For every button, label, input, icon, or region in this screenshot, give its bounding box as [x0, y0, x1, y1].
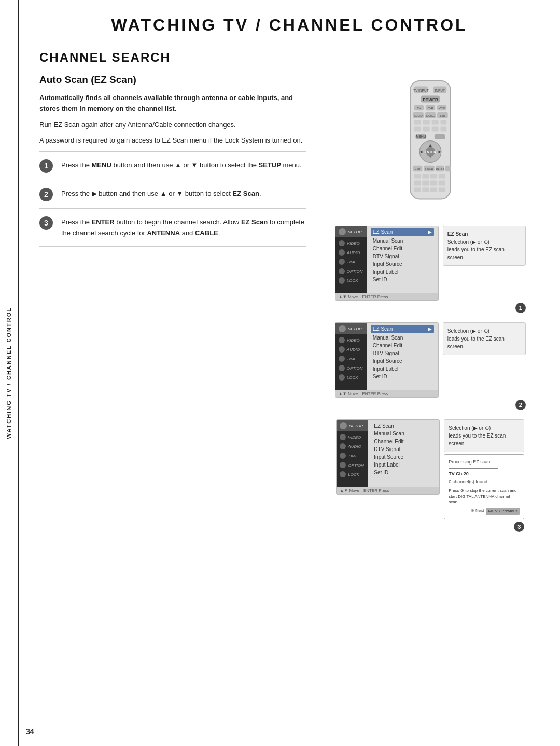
svg-rect-48 [414, 180, 421, 185]
scan-info-panel: Selection (▶ or ⊙)leads you to the EZ sc… [444, 419, 524, 519]
svg-text:◄: ◄ [418, 149, 423, 154]
step-2-text: Press the ▶ button and then use ▲ or ▼ b… [61, 188, 261, 200]
processing-text: Processing EZ scan... [449, 459, 520, 466]
svg-text:TV: TV [417, 107, 421, 110]
channels-found: 0 channel(s) found [449, 478, 520, 486]
svg-rect-46 [430, 174, 437, 178]
description-2: Run EZ Scan again after any Antenna/Cabl… [39, 120, 306, 131]
svg-text:RATIO: RATIO [436, 167, 443, 171]
description-1: Automatically finds all channels availab… [39, 93, 306, 115]
screen-2-wrapper: SETUP VIDEO AUDIO [335, 322, 526, 410]
svg-rect-49 [422, 180, 429, 185]
svg-text:TV INPUT: TV INPUT [413, 89, 429, 92]
step-list: 1 Press the MENU button and then use ▲ o… [39, 151, 306, 247]
svg-text:ENTER: ENTER [425, 150, 436, 154]
screen-badge-2: 2 [515, 400, 526, 410]
page-number: 34 [26, 727, 34, 736]
svg-text:MENU: MENU [416, 135, 426, 139]
svg-rect-51 [438, 180, 445, 185]
step-1-number: 1 [39, 159, 53, 173]
info-panel-2: Selection (▶ or ⊙)leads you to the EZ sc… [443, 322, 526, 355]
stop-text: Press ⊙ to stop the current scan and sta… [449, 488, 520, 505]
section-title: CHANNEL SEARCH [39, 50, 539, 65]
right-column: TV INPUT INPUT POWER TV DVR VCR AUDIO [321, 74, 539, 532]
description-3: A password is required to gain access to… [39, 135, 306, 146]
svg-rect-24 [423, 126, 430, 131]
svg-text:TIMER: TIMER [425, 167, 433, 171]
remote-control: TV INPUT INPUT POWER TV DVR VCR AUDIO [397, 74, 464, 211]
svg-rect-55 [438, 187, 445, 192]
svg-rect-54 [430, 187, 437, 192]
info-panel-1: EZ Scan Selection (▶ or ⊙)leads you to t… [443, 226, 526, 266]
step-3: 3 Press the ENTER button to begin the ch… [39, 208, 306, 247]
svg-rect-26 [440, 126, 446, 131]
menu-screen-2: SETUP VIDEO AUDIO [335, 322, 439, 398]
subsection-title: Auto Scan (EZ Scan) [39, 74, 306, 86]
step-1: 1 Press the MENU button and then use ▲ o… [39, 151, 306, 180]
step-3-text: Press the ENTER button to begin the chan… [61, 216, 306, 239]
svg-rect-53 [422, 187, 429, 192]
svg-text:STR: STR [440, 114, 445, 117]
step-1-text: Press the MENU button and then use ▲ or … [61, 159, 302, 171]
svg-rect-45 [422, 174, 429, 178]
svg-text:AUDIO: AUDIO [414, 114, 422, 117]
step-2: 2 Press the ▶ button and then use ▲ or ▼… [39, 180, 306, 208]
svg-text:VCR: VCR [439, 107, 445, 110]
screen-3-wrapper: SETUP VIDEO AUDIO [336, 419, 524, 532]
svg-text:DVR: DVR [427, 107, 433, 110]
svg-rect-29 [435, 134, 445, 139]
step-3-number: 3 [39, 216, 53, 230]
svg-rect-43 [445, 166, 450, 171]
svg-text:EXIT: EXIT [414, 167, 421, 171]
menu-screen-1: SETUP VIDEO AUDIO [335, 226, 439, 301]
page-title: WATCHING TV / CHANNEL CONTROL [39, 16, 539, 35]
screen-1-wrapper: SETUP VIDEO AUDIO [335, 226, 526, 313]
left-column: Auto Scan (EZ Scan) Automatically finds … [39, 74, 306, 532]
svg-rect-21 [431, 120, 438, 124]
svg-rect-50 [430, 180, 437, 185]
svg-text:►: ► [438, 149, 442, 154]
screen-badge-3: 3 [514, 522, 524, 532]
tv-ch: TV Ch.20 [449, 471, 520, 478]
svg-text:INPUT: INPUT [435, 89, 445, 92]
screen-badge-1: 1 [515, 303, 526, 313]
svg-rect-19 [414, 120, 421, 124]
sidebar-label: WATCHING TV / CHANNEL CONTROL [0, 0, 19, 746]
step-2-number: 2 [39, 188, 53, 201]
svg-rect-52 [414, 187, 421, 192]
svg-rect-20 [423, 120, 430, 124]
svg-rect-47 [438, 174, 445, 178]
svg-rect-23 [414, 126, 421, 131]
remote-svg: TV INPUT INPUT POWER TV DVR VCR AUDIO [397, 74, 464, 209]
svg-text:POWER: POWER [423, 97, 438, 102]
svg-rect-22 [440, 120, 446, 124]
svg-rect-44 [414, 174, 421, 178]
menu-screen-3: SETUP VIDEO AUDIO [336, 419, 440, 495]
svg-text:CABLE: CABLE [426, 114, 435, 117]
svg-rect-25 [431, 126, 438, 131]
